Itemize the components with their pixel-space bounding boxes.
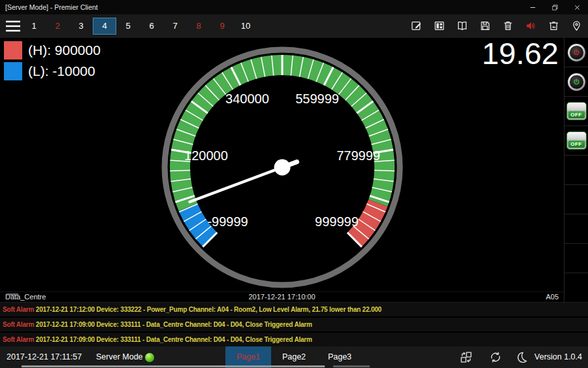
reading-timestamp: 2017-12-21 17:10:00 (0, 293, 564, 301)
layout-icon (433, 20, 446, 32)
menu-button[interactable] (5, 20, 21, 32)
toolbar-actions (410, 20, 583, 32)
channel-id: A05 (546, 293, 559, 301)
connection-status-dot (145, 353, 154, 362)
tab-3[interactable]: 3 (69, 18, 93, 35)
location-icon (570, 20, 583, 32)
tab-6[interactable]: 6 (140, 18, 163, 35)
tab-2[interactable]: 2 (46, 18, 69, 35)
alarm-detail: 2017-12-21 17:09:00 Device: 333111 - Dat… (36, 321, 312, 328)
alarm-row[interactable]: Soft Alarm 2017-12-21 17:09:00 Device: 3… (0, 318, 588, 331)
svg-text:340000: 340000 (225, 92, 269, 106)
tab-4[interactable]: 4 (93, 18, 116, 35)
alarm-row[interactable]: Soft Alarm 2017-12-21 17:12:00 Device: 3… (0, 303, 588, 316)
power-on-button[interactable] (568, 73, 585, 91)
alarm-detail: 2017-12-21 17:09:00 Device: 333111 - Dat… (36, 336, 312, 343)
archive-button[interactable] (547, 20, 560, 32)
alarm-list: Soft Alarm 2017-12-21 17:12:00 Device: 3… (0, 302, 588, 347)
tab-7[interactable]: 7 (163, 18, 187, 35)
low-limit-swatch (4, 62, 22, 80)
restore-icon (551, 4, 559, 11)
minimize-button[interactable] (521, 0, 544, 14)
alarm-detail: 2017-12-21 17:12:00 Device: 333222 - Pow… (36, 306, 382, 313)
toolbar: 1 2 3 4 5 6 7 8 9 10 (0, 14, 588, 38)
trash-icon (502, 20, 514, 32)
moon-icon (515, 350, 529, 364)
close-button[interactable] (566, 0, 588, 14)
sync-button[interactable] (489, 350, 502, 364)
horizontal-scrollbar-thumb[interactable] (22, 365, 325, 367)
hamburger-icon (5, 20, 21, 32)
premier-client-window: [Server Mode] - Premier Client 1 2 3 4 5… (0, 0, 588, 368)
low-limit-label: (L): -10000 (28, 63, 95, 79)
horizontal-scrollbar-track[interactable] (333, 365, 370, 367)
tab-5[interactable]: 5 (116, 18, 140, 35)
book-icon (456, 20, 468, 32)
svg-text:559999: 559999 (295, 92, 339, 106)
svg-text:779999: 779999 (336, 148, 380, 163)
sync-icon (489, 350, 502, 364)
window-title: [Server Mode] - Premier Client (5, 0, 98, 14)
power-off-button[interactable] (568, 44, 585, 61)
high-limit-label: (H): 900000 (28, 42, 101, 58)
speaker-button[interactable] (525, 20, 537, 32)
svg-text:-99999: -99999 (207, 214, 248, 229)
high-limit-swatch (4, 41, 22, 59)
minimize-icon (529, 4, 536, 11)
tab-10[interactable]: 10 (234, 18, 257, 35)
restore-button[interactable] (544, 0, 566, 14)
sidebar-cell-empty (564, 185, 588, 214)
sidebar-cell (564, 38, 588, 67)
control-sidebar: OFF OFF (564, 38, 588, 302)
svg-text:120000: 120000 (184, 148, 228, 163)
location-button[interactable] (570, 20, 583, 32)
dashboard-area: -99999120000340000559999779999999999 (H)… (0, 38, 588, 302)
current-value-display: 19.62 (482, 35, 559, 71)
edit-button[interactable] (410, 20, 423, 32)
legend-low-row: (L): -10000 (4, 62, 101, 80)
version-label: Version 1.0.4 (534, 346, 582, 368)
window-controls (521, 0, 588, 14)
swap-layout-icon (459, 350, 473, 364)
toggle-off-label: OFF (568, 111, 585, 118)
archive-icon (547, 20, 560, 32)
sidebar-cell-empty (564, 156, 588, 185)
speaker-icon (525, 20, 537, 32)
toggle-off-label: OFF (568, 141, 585, 148)
sidebar-cell-empty (564, 244, 588, 273)
legend-high-row: (H): 900000 (4, 41, 101, 59)
alarm-type: Soft Alarm (3, 321, 34, 328)
screen-tabs: 1 2 3 4 5 6 7 8 9 10 (22, 18, 257, 35)
layout-button[interactable] (433, 20, 446, 32)
alarm-row[interactable]: Soft Alarm 2017-12-21 17:09:00 Device: 3… (0, 333, 588, 346)
sidebar-cell: OFF (564, 126, 588, 156)
save-icon (479, 20, 491, 32)
tab-8[interactable]: 8 (187, 18, 210, 35)
tab-9[interactable]: 9 (210, 18, 234, 35)
tab-1[interactable]: 1 (22, 18, 46, 35)
gauge-legend: (H): 900000 (L): -10000 (4, 41, 101, 83)
book-button[interactable] (456, 20, 468, 32)
sidebar-cell-empty (564, 214, 588, 244)
sidebar-cell: OFF (564, 97, 588, 126)
power-icon (572, 48, 581, 57)
sidebar-cell-empty (564, 273, 588, 303)
gauge-footer: Data_Centre 2017-12-21 17:10:00 A05 (0, 292, 564, 302)
swap-layout-button[interactable] (459, 350, 473, 364)
save-button[interactable] (479, 20, 491, 32)
sidebar-cell (564, 67, 588, 97)
alarm-type: Soft Alarm (3, 336, 34, 343)
power-icon (572, 78, 581, 86)
toggle-switch-1[interactable]: OFF (566, 102, 587, 120)
toggle-switch-2[interactable]: OFF (566, 131, 587, 150)
edit-icon (410, 20, 423, 32)
alarm-type: Soft Alarm (3, 306, 34, 313)
scroll-indicator[interactable] (7, 293, 18, 295)
close-icon (574, 4, 581, 11)
delete-button[interactable] (502, 20, 514, 32)
title-bar: [Server Mode] - Premier Client (0, 0, 588, 14)
night-mode-button[interactable] (515, 350, 529, 364)
svg-text:999999: 999999 (315, 214, 359, 229)
